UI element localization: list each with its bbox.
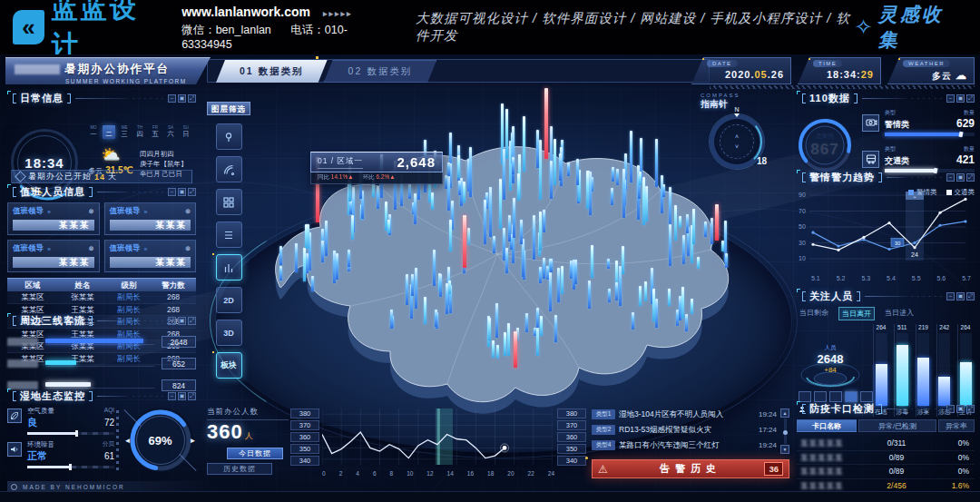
week-day[interactable]: SA六 — [164, 125, 177, 139]
scroll-up-icon[interactable]: ▲ — [780, 408, 789, 418]
expand-icon[interactable]: ⤢ — [188, 392, 196, 400]
close-icon[interactable]: ⊗ — [185, 208, 191, 215]
data-bar — [504, 332, 506, 356]
duty-card-2[interactable]: 值班领导»⊗某某某 — [104, 202, 197, 235]
week-day[interactable]: MO一 — [87, 125, 100, 139]
layer-button-3D[interactable]: 3D — [216, 320, 242, 346]
window-icon[interactable]: ▣ — [956, 405, 965, 413]
duty-cell: 副局长 — [107, 291, 151, 304]
data-bar — [305, 224, 308, 249]
tab-data-category-2[interactable]: 02 数据类别 — [324, 60, 437, 83]
corner-accent-decoration — [797, 401, 800, 405]
checkpoint-col-1[interactable]: 卡口名称 — [797, 419, 857, 432]
chevron-up-icon[interactable]: ˄ — [735, 133, 739, 140]
close-icon[interactable]: ⊗ — [89, 245, 94, 252]
window-icon[interactable]: ▣ — [956, 94, 965, 103]
window-icon[interactable]: ▣ — [956, 292, 965, 300]
alert-row-2[interactable]: 类型2RD13-53烟感报警疑似火灾17:24 — [592, 422, 789, 438]
compass-dial[interactable]: N ˄ ˅ 18 — [710, 114, 764, 169]
layer-button-list[interactable] — [216, 221, 242, 248]
alert-history-button[interactable]: ⚠ 告警历史 36 — [592, 459, 789, 478]
close-icon[interactable]: ⊗ — [185, 245, 191, 252]
expand-icon[interactable]: ⤢ — [188, 188, 196, 196]
notice-days: 14 — [94, 172, 105, 182]
duty-card-3[interactable]: 值班领导»⊗某某某 — [7, 240, 100, 272]
noise-slider[interactable] — [27, 466, 114, 468]
trend-line-chart[interactable]: 9070503010⌄3024 — [797, 188, 971, 271]
week-day[interactable]: SU日 — [180, 125, 192, 139]
map-3d[interactable] — [225, 104, 783, 422]
expand-icon[interactable]: ⤢ — [966, 94, 975, 103]
table-row[interactable]: 某某区张某某副局长268 — [7, 291, 196, 304]
minimize-icon[interactable]: − — [946, 405, 955, 413]
gauge-right-pointer[interactable]: ► — [190, 437, 197, 445]
minimize-icon[interactable]: − — [946, 173, 955, 182]
table-row[interactable]: 某某某某某0/890% — [797, 451, 975, 466]
list-icon — [222, 229, 235, 241]
minimize-icon[interactable]: − — [946, 292, 955, 300]
alert-row-3[interactable]: 类型4某路口有小汽车违闯三个红灯19:24 — [592, 438, 789, 453]
inspiration-collect-link[interactable]: ✧ 灵感收集 — [855, 2, 956, 53]
office-x-tick: 22 — [528, 470, 534, 477]
data-bar — [406, 274, 408, 305]
office-y-tick: 340 — [557, 456, 586, 466]
layer-button-2D[interactable]: 2D — [216, 287, 242, 313]
bracket-decoration — [13, 391, 16, 401]
expand-icon[interactable]: ⤢ — [188, 94, 196, 103]
duty-card-4[interactable]: 值班领导»⊗某某某 — [104, 240, 197, 272]
minimize-icon[interactable]: − — [168, 392, 176, 400]
layer-button-板块[interactable]: 板块 — [216, 352, 242, 379]
platform-title-block: 暑期办公协作平台 SUMMER WORKING PLATFORM — [5, 57, 211, 84]
chevron-down-icon[interactable]: ˅ — [735, 143, 739, 150]
minimize-icon[interactable]: − — [168, 317, 176, 325]
week-day[interactable]: FR五 — [149, 125, 162, 139]
scroll-track[interactable] — [784, 418, 787, 444]
focus-bar-track — [960, 333, 972, 406]
focus-tab-2[interactable]: 当日离开 — [838, 307, 875, 320]
expand-icon[interactable]: ⤢ — [966, 173, 975, 182]
tab-data-category-1[interactable]: 01 数据类别 — [216, 60, 328, 83]
data-bar — [493, 236, 495, 254]
minimize-icon[interactable]: − — [168, 94, 176, 103]
gauge-left-pointer[interactable]: ◄ — [124, 437, 132, 445]
bracket-decoration — [89, 187, 93, 197]
layer-button-radar[interactable] — [216, 156, 242, 182]
week-day[interactable]: WE三 — [118, 125, 131, 139]
data-bar — [639, 286, 642, 306]
alarm-row-minilabels: 类型数量 — [885, 109, 975, 117]
expand-icon[interactable]: ⤢ — [188, 317, 196, 325]
svg-text:50: 50 — [799, 223, 806, 230]
focus-tab-1[interactable]: 当日剩余 — [797, 307, 831, 320]
window-icon[interactable]: ▣ — [178, 317, 186, 325]
window-icon[interactable]: ▣ — [956, 173, 965, 182]
window-icon[interactable]: ▣ — [178, 94, 186, 103]
alert-row-1[interactable]: 类型1湿地3-104片区有不明人员闯入19:24 — [592, 407, 789, 422]
bracket-decoration — [89, 316, 93, 326]
today-data-button[interactable]: 今日数据 — [227, 448, 283, 459]
window-icon[interactable]: ▣ — [178, 392, 186, 400]
history-data-button[interactable]: 历史数据 — [207, 463, 272, 475]
office-line-chart[interactable] — [322, 408, 553, 465]
checkpoint-col-3[interactable]: 异常率 — [938, 419, 975, 432]
expand-icon[interactable]: ⤢ — [966, 292, 975, 300]
minimize-icon[interactable]: − — [946, 94, 955, 103]
layer-button-chart[interactable] — [216, 254, 242, 281]
week-day-active[interactable]: TU二 — [103, 125, 115, 139]
website-link[interactable]: www.lanlanwork.com — [181, 5, 310, 19]
date-month: 05 — [754, 69, 767, 80]
expand-icon[interactable]: ⤢ — [966, 405, 975, 413]
air-slider[interactable] — [27, 432, 114, 435]
focus-tab-3[interactable]: 当日进入 — [882, 307, 916, 320]
minimize-icon[interactable]: − — [168, 188, 176, 196]
close-icon[interactable]: ⊗ — [89, 208, 94, 215]
checkpoint-col-2[interactable]: 异常/已检测 — [858, 419, 936, 432]
duty-card-1[interactable]: 值班领导»⊗某某某 — [7, 202, 100, 235]
layer-button-pin[interactable] — [216, 123, 242, 150]
table-row[interactable]: 某某某某某0/890% — [797, 465, 975, 479]
header-icons: −▣⤢ — [946, 94, 975, 103]
week-day[interactable]: TH四 — [133, 125, 146, 139]
layer-button-grid[interactable] — [216, 189, 242, 215]
scroll-down-icon[interactable]: ▼ — [780, 445, 789, 454]
table-row[interactable]: 某某某某某0/3110% — [797, 437, 975, 451]
window-icon[interactable]: ▣ — [178, 188, 186, 196]
